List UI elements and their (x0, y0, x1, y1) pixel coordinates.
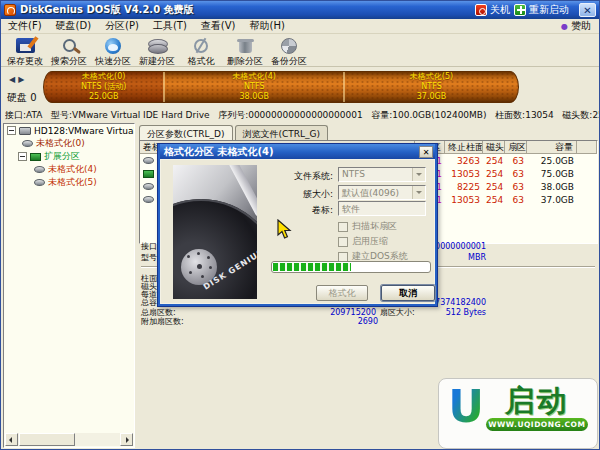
total-sectors-value: 209715200 (281, 308, 376, 317)
partition-block-1[interactable]: 未格式化(4) NTFS 38.0GB (163, 72, 343, 102)
partition-icon (143, 157, 154, 164)
backup-partition-icon (281, 38, 297, 54)
tree-item-extended[interactable]: 扩展分区 (4, 150, 134, 163)
delete-partition-button[interactable]: 删除分区 (223, 37, 267, 68)
uqidong-brand-text: 启动 (505, 385, 569, 417)
menu-help[interactable]: 帮助(H) (243, 18, 292, 34)
menu-file[interactable]: 文件(F) (1, 18, 49, 34)
new-partition-icon (148, 38, 166, 53)
filesystem-select[interactable]: NTFS (338, 167, 426, 182)
filesystem-label: 文件系统: (253, 170, 333, 183)
chevron-down-icon (412, 186, 425, 199)
cluster-size-select[interactable]: 默认值(4096) (338, 185, 426, 200)
partition-icon (22, 140, 33, 147)
quick-partition-icon (105, 38, 121, 54)
search-partition-button[interactable]: 搜索分区 (47, 37, 91, 68)
tree-horizontal-scrollbar[interactable] (5, 433, 133, 446)
partition-icon (34, 179, 45, 186)
close-window-button[interactable]: ✕ (579, 3, 596, 17)
menu-partition[interactable]: 分区(P) (98, 18, 146, 34)
diskgenius-app-icon (4, 4, 16, 16)
uqidong-u-logo: U (448, 385, 484, 448)
scroll-right-arrow[interactable] (120, 433, 133, 446)
restart-label: 重新启动 (529, 3, 569, 17)
partition-block-0[interactable]: 未格式化(0) NTFS (活动) 25.0GB (44, 72, 163, 102)
scrollbar-thumb[interactable] (19, 433, 75, 446)
titlebar: DiskGenius DOS版 V4.2.0 免费版 关机 重新启动 ✕ (1, 1, 599, 19)
format-icon (194, 39, 208, 53)
disk-overview: ◀▶ 硬盘 0 未格式化(0) NTFS (活动) 25.0GB 未格式化(4)… (1, 67, 599, 107)
enable-compression-checkbox[interactable]: 启用压缩 (338, 235, 388, 248)
tree-item-unformatted-5[interactable]: 未格式化(5) (4, 176, 134, 189)
format-button-toolbar[interactable]: 格式化 (179, 37, 223, 68)
collapse-icon[interactable] (18, 152, 27, 161)
menu-disk[interactable]: 硬盘(D) (49, 18, 99, 34)
partition-icon (143, 196, 154, 203)
collapse-icon[interactable] (7, 126, 16, 135)
extended-partition-icon (30, 153, 41, 161)
tree-item-unformatted-4[interactable]: 未格式化(4) (4, 163, 134, 176)
disk-cylinder-bar: 未格式化(0) NTFS (活动) 25.0GB 未格式化(4) NTFS 38… (43, 71, 519, 103)
dialog-title: 格式化分区 未格式化(4) (164, 145, 274, 159)
menubar: 文件(F) 硬盘(D) 分区(P) 工具(T) 查看(V) 帮助(H) ● 赞助 (1, 19, 599, 34)
format-confirm-button[interactable]: 格式化 (316, 285, 368, 301)
delete-partition-icon (239, 42, 252, 53)
shutdown-label: 关机 (490, 3, 510, 17)
format-progress-bar (271, 261, 431, 273)
checkbox-icon (338, 222, 348, 232)
total-sectors-label: 总扇区数: (141, 308, 176, 317)
extra-sectors-value: 2690 (281, 317, 378, 326)
save-changes-icon (16, 38, 35, 53)
uqidong-watermark: U 启动 WWW.UQIDONG.COM (438, 378, 598, 449)
window-title: DiskGenius DOS版 V4.2.0 免费版 (20, 3, 194, 17)
chevron-down-icon (412, 168, 425, 181)
dialog-titlebar: 格式化分区 未格式化(4) ✕ (160, 144, 435, 159)
menu-view[interactable]: 查看(V) (194, 18, 243, 34)
new-partition-button[interactable]: 新建分区 (135, 37, 179, 68)
progress-fill (273, 263, 351, 271)
mouse-cursor (277, 219, 293, 241)
app-window: DiskGenius DOS版 V4.2.0 免费版 关机 重新启动 ✕ 文件(… (0, 0, 600, 450)
checkbox-icon (338, 237, 348, 247)
quick-partition-button[interactable]: 快速分区 (91, 37, 135, 68)
sponsor-link[interactable]: ● 赞助 (561, 19, 591, 33)
disk-label: 硬盘 0 (7, 91, 37, 105)
partition-block-2[interactable]: 未格式化(5) NTFS 37.0GB (343, 72, 518, 102)
dialog-close-button[interactable]: ✕ (419, 146, 433, 158)
hard-drive-photo: DISK GENIUS (173, 165, 257, 299)
power-icon (475, 4, 487, 16)
volume-label-input[interactable]: 软件 (338, 201, 426, 216)
extra-sectors-label: 附加扇区数: (141, 317, 184, 326)
sponsor-dot-icon: ● (561, 22, 568, 31)
toolbar: 保存更改 搜索分区 快速分区 新建分区 格式化 删除分区 备份分区 (1, 35, 599, 67)
sector-size-value: 512 Bytes (421, 308, 486, 317)
restart-icon (514, 4, 526, 16)
scan-bad-sectors-checkbox[interactable]: 扫描坏扇区 (338, 220, 397, 233)
tree-item-hd128[interactable]: HD128:VMware Virtual IDE H (4, 124, 134, 137)
save-changes-button[interactable]: 保存更改 (3, 37, 47, 68)
backup-partition-button[interactable]: 备份分区 (267, 37, 311, 68)
tree-item-unformatted-0[interactable]: 未格式化(0) (4, 137, 134, 150)
cluster-size-label: 簇大小: (253, 188, 333, 201)
format-partition-dialog: 格式化分区 未格式化(4) ✕ DISK GENIUS 文件系统: NTFS 簇… (157, 143, 438, 307)
search-partition-icon (63, 39, 76, 52)
disk-nav-arrows[interactable]: ◀▶ (9, 75, 27, 84)
partition-icon (34, 166, 45, 173)
disk-tree-panel: HD128:VMware Virtual IDE H 未格式化(0) 扩展分区 … (3, 123, 135, 448)
scroll-left-arrow[interactable] (5, 433, 18, 446)
volume-label-label: 卷标: (253, 204, 333, 217)
sponsor-label: 赞助 (571, 19, 591, 33)
cancel-button[interactable]: 取消 (381, 285, 435, 301)
uqidong-url: WWW.UQIDONG.COM (486, 418, 588, 431)
disk-info-line: 接口:ATA 型号:VMware Virtual IDE Hard Drive … (5, 109, 599, 121)
harddisk-icon (19, 127, 31, 135)
extended-partition-icon (143, 170, 154, 178)
sector-size-label: 扇区大小: (380, 308, 415, 317)
shutdown-button[interactable]: 关机 (475, 3, 510, 17)
partition-icon (143, 183, 154, 190)
checkbox-icon (338, 252, 348, 262)
menu-tools[interactable]: 工具(T) (146, 18, 194, 34)
restart-button[interactable]: 重新启动 (514, 3, 569, 17)
